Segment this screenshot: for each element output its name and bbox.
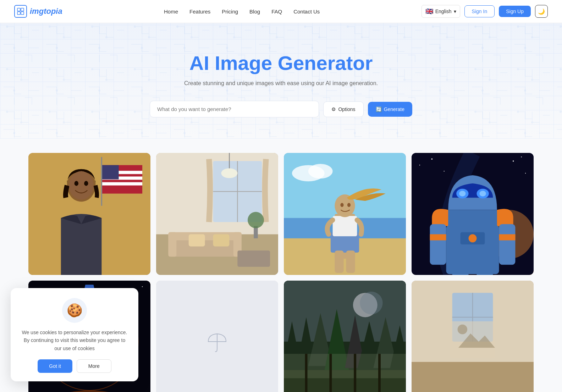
gallery-image-robot (412, 153, 534, 275)
svg-point-63 (469, 234, 477, 242)
svg-rect-91 (305, 354, 308, 392)
svg-point-16 (69, 171, 94, 200)
svg-rect-29 (168, 232, 176, 257)
nav-right: 🇬🇧 English ▾ Sign In Sign Up 🌙 (422, 5, 548, 18)
gallery-image-beach (284, 153, 406, 275)
svg-point-45 (340, 203, 343, 207)
more-button[interactable]: More (77, 359, 111, 373)
svg-point-60 (479, 191, 486, 197)
svg-point-40 (308, 164, 333, 178)
generate-button[interactable]: 🔄 Generate (368, 102, 412, 117)
svg-rect-93 (354, 354, 356, 392)
signup-button[interactable]: Sign Up (499, 6, 531, 17)
gallery-image-forest (284, 281, 406, 392)
cookie-icon-container: 🍪 (62, 298, 87, 323)
gallery-image-room (156, 153, 278, 275)
svg-rect-2 (17, 12, 20, 15)
svg-rect-65 (499, 224, 516, 265)
svg-rect-47 (335, 250, 343, 273)
svg-rect-97 (412, 362, 534, 392)
nav-links: Home Features Pricing Blog FAQ Contact U… (164, 9, 320, 15)
got-it-button[interactable]: Got it (38, 359, 72, 373)
svg-rect-12 (101, 182, 142, 186)
svg-point-18 (84, 181, 88, 186)
language-label: English (435, 9, 452, 14)
options-button[interactable]: ⚙ Options (323, 101, 363, 117)
nav-home[interactable]: Home (164, 9, 178, 15)
svg-rect-69 (476, 273, 493, 275)
svg-rect-67 (499, 234, 516, 240)
svg-rect-68 (452, 273, 469, 275)
logo[interactable]: imgtopia (14, 5, 62, 18)
svg-rect-3 (21, 12, 24, 15)
svg-rect-31 (189, 234, 205, 246)
svg-point-17 (75, 181, 78, 186)
nav-contact[interactable]: Contact Us (293, 9, 320, 15)
svg-rect-1 (21, 8, 24, 11)
svg-rect-33 (237, 250, 270, 267)
svg-point-59 (459, 191, 465, 197)
gallery-item[interactable] (284, 153, 406, 275)
gallery-item[interactable] (412, 153, 534, 275)
svg-point-55 (521, 156, 522, 157)
logo-icon (14, 5, 27, 18)
svg-point-102 (458, 325, 468, 335)
gallery-image-placeholder (156, 281, 278, 392)
gallery-image-room2 (412, 281, 534, 392)
hero-title: AI Image Generator (7, 51, 555, 74)
signin-button[interactable]: Sign In (464, 5, 495, 17)
gear-icon: ⚙ (331, 106, 336, 112)
search-bar: ⚙ Options 🔄 Generate (150, 101, 412, 117)
cookie-text: We use cookies to personalize your exper… (21, 328, 128, 352)
language-selector[interactable]: 🇬🇧 English ▾ (422, 5, 460, 18)
refresh-icon: 🔄 (376, 106, 382, 112)
navbar: imgtopia Home Features Pricing Blog FAQ … (0, 0, 562, 23)
svg-rect-32 (213, 234, 230, 246)
svg-rect-0 (17, 8, 20, 11)
svg-rect-13 (101, 165, 119, 179)
gallery-item[interactable] (156, 153, 278, 275)
svg-point-46 (347, 203, 351, 207)
svg-point-50 (419, 165, 420, 165)
svg-point-73 (142, 286, 143, 287)
svg-rect-48 (346, 250, 355, 273)
hero-section: AI Image Generator Create stunning and u… (0, 23, 562, 139)
svg-rect-66 (430, 234, 446, 240)
nav-blog[interactable]: Blog (249, 9, 260, 15)
svg-rect-64 (430, 224, 446, 265)
svg-rect-90 (284, 354, 406, 378)
chevron-down-icon: ▾ (454, 9, 456, 14)
svg-rect-43 (333, 216, 357, 236)
gallery-item[interactable] (412, 281, 534, 392)
svg-point-54 (525, 173, 526, 173)
gallery-item[interactable] (28, 153, 150, 275)
flag-icon: 🇬🇧 (425, 7, 433, 15)
svg-point-88 (360, 292, 382, 314)
nav-pricing[interactable]: Pricing (222, 9, 238, 15)
nav-faq[interactable]: FAQ (271, 9, 282, 15)
cookie-banner: 🍪 We use cookies to personalize your exp… (11, 288, 138, 381)
gallery-item[interactable] (284, 281, 406, 392)
gallery-item[interactable] (156, 281, 278, 392)
cookie-actions: Got it More (21, 359, 128, 373)
hero-subtitle: Create stunning and unique images with e… (7, 80, 555, 87)
svg-rect-92 (329, 354, 332, 392)
theme-toggle-button[interactable]: 🌙 (535, 5, 548, 18)
gallery-image-woman (28, 153, 150, 275)
search-input[interactable] (150, 101, 319, 117)
svg-point-53 (513, 160, 514, 161)
logo-text: imgtopia (30, 7, 62, 16)
cookie-icon: 🍪 (67, 303, 83, 318)
svg-rect-94 (378, 354, 381, 392)
svg-point-26 (221, 169, 237, 178)
svg-point-51 (431, 158, 432, 159)
svg-point-52 (444, 171, 445, 171)
svg-point-35 (248, 212, 264, 228)
nav-features[interactable]: Features (189, 9, 210, 15)
